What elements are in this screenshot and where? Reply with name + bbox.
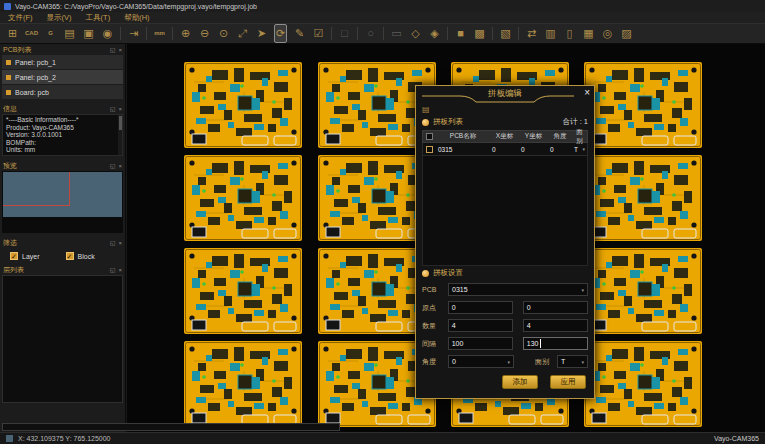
duplicate-icon[interactable]: ▥ <box>544 25 557 42</box>
float-icon[interactable]: ◱ <box>110 105 116 112</box>
zoom-out-icon[interactable]: ⊖ <box>198 25 211 42</box>
bullet-icon <box>6 90 11 95</box>
menu-help[interactable]: 帮助(H) <box>124 13 149 23</box>
gap-x-input[interactable]: 100 <box>448 337 513 350</box>
float-icon[interactable]: ◱ <box>110 239 116 246</box>
dialog-close-icon[interactable]: × <box>584 87 590 99</box>
zoom-in-icon[interactable]: ⊕ <box>179 25 192 42</box>
info-line: BOMPath: <box>6 139 119 147</box>
region-select-icon[interactable]: ▧ <box>499 25 512 42</box>
float-icon[interactable]: ◱ <box>110 46 116 53</box>
layer-checkbox-wrap: Layer <box>10 252 40 260</box>
cad-import-icon[interactable]: CAD <box>25 25 38 42</box>
print-icon[interactable]: ▤ <box>63 25 76 42</box>
select-icon[interactable]: ➤ <box>255 25 268 42</box>
pcb-board[interactable] <box>584 248 702 334</box>
menu-tools[interactable]: 工具(T) <box>86 13 111 23</box>
zoom-window-icon[interactable]: ⊙ <box>217 25 230 42</box>
swap-icon[interactable]: ⇄ <box>525 25 538 42</box>
list-item-panel-pcb-2[interactable]: Panel: pcb_2 <box>2 70 123 84</box>
dialog-body: ▤ 拼板列表 合计 : 1 PCB名称 X坐标 Y坐标 角度 面别 0315 0… <box>416 104 594 390</box>
close-icon[interactable]: × <box>118 240 122 246</box>
export-icon[interactable]: ⇥ <box>127 25 140 42</box>
shield-icon[interactable]: ◇ <box>409 25 422 42</box>
side-select-value: T <box>561 358 565 365</box>
panelize-icon[interactable]: ⟳ <box>274 24 287 43</box>
close-icon[interactable]: × <box>118 267 122 273</box>
block-checkbox[interactable] <box>66 252 74 260</box>
angle-select[interactable]: 0 <box>448 355 514 368</box>
array-icon[interactable]: ▨ <box>620 25 633 42</box>
preview-outline <box>3 172 70 206</box>
new-icon[interactable]: ⊞ <box>6 25 19 42</box>
statusbar: X: 432.109375 Y: 765.125000 Vayo-CAM365 <box>0 432 765 444</box>
menu-file[interactable]: 文件(F) <box>8 13 33 23</box>
menu-view[interactable]: 显示(V) <box>47 13 72 23</box>
float-icon[interactable]: ◱ <box>110 162 116 169</box>
copy-rect-icon[interactable]: ▩ <box>473 25 486 42</box>
toolbar-separator <box>331 27 332 40</box>
bullet-icon <box>6 75 11 80</box>
angle-label: 角度 <box>422 357 448 367</box>
apply-button[interactable]: 应用 <box>550 375 586 389</box>
save-icon[interactable]: ▣ <box>82 25 95 42</box>
draw-icon[interactable]: ✎ <box>293 25 306 42</box>
side-select[interactable]: T <box>557 355 588 368</box>
list-item-board-pcb[interactable]: Board: pcb <box>2 85 123 99</box>
close-icon[interactable]: × <box>118 106 122 112</box>
pcb-board[interactable] <box>184 155 302 241</box>
rect-tool-icon[interactable]: □ <box>338 25 351 42</box>
toolbar-separator <box>492 27 493 40</box>
origin-x-input[interactable]: 0 <box>448 301 513 314</box>
center-icon[interactable]: ◎ <box>601 25 614 42</box>
pcb-board[interactable] <box>184 248 302 334</box>
pcb-board[interactable] <box>184 341 302 427</box>
cell-side-dropdown[interactable]: T <box>572 146 587 153</box>
table-header-row: PCB名称 X坐标 Y坐标 角度 面别 <box>422 130 588 143</box>
count-y-input[interactable]: 4 <box>523 319 588 332</box>
dialog-titlebar[interactable]: 拼板编辑 × <box>416 86 594 104</box>
toolbar-separator <box>357 27 358 40</box>
origin-y-input[interactable]: 0 <box>523 301 588 314</box>
oval-tool-icon[interactable]: ▭ <box>390 25 403 42</box>
pcb-select[interactable]: 0315 <box>448 283 588 296</box>
grid-icon[interactable]: ▦ <box>582 25 595 42</box>
paste-icon[interactable]: ▯ <box>563 25 576 42</box>
gap-y-input[interactable]: 130 <box>523 337 588 350</box>
info-panel-content: *----Basic Information----* Product: Vay… <box>2 114 123 156</box>
pcb-board[interactable] <box>184 62 302 148</box>
add-button[interactable]: 添加 <box>502 375 538 389</box>
pcb-board[interactable] <box>584 155 702 241</box>
verify-icon[interactable]: ☑ <box>312 25 325 42</box>
info-panel-title: 信息 <box>3 104 17 114</box>
float-icon[interactable]: ◱ <box>110 266 116 273</box>
record-icon[interactable]: ◉ <box>101 25 114 42</box>
list-item-panel-pcb-1[interactable]: Panel: pcb_1 <box>2 55 123 69</box>
close-icon[interactable]: × <box>118 47 122 53</box>
status-icon <box>6 435 13 442</box>
tag-icon[interactable]: ◈ <box>428 25 441 42</box>
column-header-y: Y坐标 <box>519 132 548 141</box>
close-icon[interactable]: × <box>118 163 122 169</box>
layer-checkbox[interactable] <box>10 252 18 260</box>
preview-panel-header: 预览 ◱ × <box>0 160 125 171</box>
dialog-tool-icon[interactable]: ▤ <box>422 105 588 115</box>
layer-list-content[interactable] <box>2 275 123 403</box>
origin-label: 原点 <box>422 303 448 313</box>
command-input[interactable] <box>2 423 340 431</box>
units-mm-icon[interactable]: mm <box>153 25 166 42</box>
count-y-value: 4 <box>527 322 531 329</box>
pcb-board[interactable] <box>584 341 702 427</box>
circle-tool-icon[interactable]: ○ <box>364 25 377 42</box>
select-all-checkbox[interactable] <box>426 133 433 140</box>
count-x-input[interactable]: 4 <box>448 319 513 332</box>
pcb-board[interactable] <box>584 62 702 148</box>
filter-panel-header: 筛选 ◱ × <box>0 237 125 248</box>
table-row[interactable]: 0315 0 0 0 T <box>422 143 588 156</box>
info-scrollbar[interactable] <box>118 115 122 155</box>
row-checkbox[interactable] <box>426 146 433 153</box>
gerber-import-icon[interactable]: G <box>44 25 57 42</box>
sidebar: PCB列表 ◱ × Panel: pcb_1 Panel: pcb_2 Boar… <box>0 44 126 432</box>
fill-rect-icon[interactable]: ■ <box>454 25 467 42</box>
fit-view-icon[interactable]: ⤢ <box>236 25 249 42</box>
